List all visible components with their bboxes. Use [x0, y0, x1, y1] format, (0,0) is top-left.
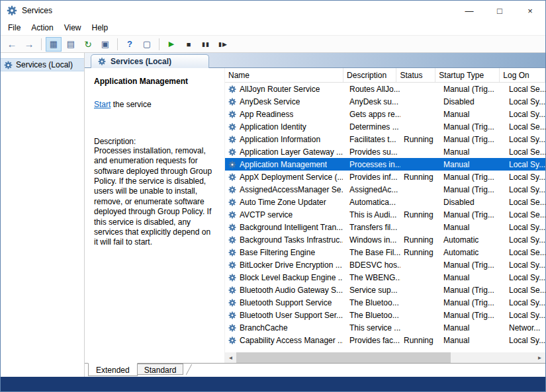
table-row[interactable]: Block Level Backup Engine ... The WBENG.…	[225, 271, 545, 284]
service-gear-icon	[228, 223, 236, 231]
service-gear-icon	[228, 274, 236, 282]
table-row[interactable]: Application Identity Determines ... Manu…	[225, 120, 545, 133]
selected-service-title: Application Management	[94, 77, 215, 86]
console-tree-panel: Services (Local)	[1, 53, 85, 377]
services-window: Services — □ × File Action View Help ←→▦…	[0, 0, 546, 392]
toolbar-separator	[159, 38, 159, 50]
tree-item-label: Services (Local)	[16, 60, 73, 69]
table-row[interactable]: BranchCache This service ... Manual Netw…	[225, 321, 545, 334]
column-header-status[interactable]: Status	[396, 68, 435, 82]
service-gear-icon	[228, 161, 236, 169]
view-tab-row: Extended Standard	[85, 363, 545, 377]
service-action-suffix: the service	[111, 100, 151, 109]
scroll-right-icon[interactable]: ►	[534, 352, 545, 363]
status-bar	[1, 377, 545, 391]
description-label: Description:	[94, 137, 215, 146]
toolbar-show-action-pane-icon[interactable]: ▢	[139, 37, 155, 52]
content-header: Services (Local)	[85, 53, 545, 68]
service-gear-icon	[228, 148, 236, 156]
table-row[interactable]: Auto Time Zone Updater Automatica... Dis…	[225, 196, 545, 208]
menu-bar: File Action View Help	[1, 20, 545, 35]
toolbar-separator	[41, 38, 42, 50]
service-gear-icon	[228, 198, 236, 206]
table-row[interactable]: Capability Access Manager ... Provides f…	[225, 334, 545, 346]
table-row[interactable]: Bluetooth Support Service The Bluetoo...…	[225, 296, 545, 309]
services-header-icon	[98, 57, 106, 66]
scroll-left-icon[interactable]: ◄	[225, 352, 236, 363]
table-row[interactable]: AllJoyn Router Service Routes AllJo... M…	[225, 83, 545, 95]
column-header-description[interactable]: Description	[343, 68, 396, 82]
toolbar-restart-service-icon[interactable]: ▮▶	[215, 37, 231, 52]
toolbar-forward-icon[interactable]: →	[21, 37, 37, 52]
table-row[interactable]: Base Filtering Engine The Base Fil... Ru…	[225, 246, 545, 258]
services-node-icon	[4, 61, 13, 69]
table-row[interactable]: Background Tasks Infrastruc... Windows i…	[225, 233, 545, 246]
extended-detail-pane: Application Management Start the service…	[85, 68, 225, 363]
table-row[interactable]: Bluetooth User Support Ser... The Blueto…	[225, 309, 545, 321]
list-column-headers: Name Description Status Startup Type Log…	[225, 68, 545, 83]
toolbar-help-icon[interactable]: ?	[122, 37, 138, 52]
toolbar: ←→▦▤↻▣?▢▶■▮▮▮▶	[1, 35, 545, 53]
service-gear-icon	[228, 98, 236, 106]
toolbar-export-list-icon[interactable]: ▤	[63, 37, 79, 52]
toolbar-back-icon[interactable]: ←	[4, 37, 20, 52]
toolbar-start-service-icon[interactable]: ▶	[163, 37, 179, 52]
toolbar-properties-icon[interactable]: ▣	[97, 37, 113, 52]
service-gear-icon	[228, 173, 236, 181]
horizontal-scrollbar[interactable]: ◄ ►	[225, 352, 545, 363]
content-panel: Services (Local) Application Management …	[85, 53, 545, 377]
service-gear-icon	[228, 311, 236, 319]
service-gear-icon	[228, 286, 236, 294]
description-text: Processes installation, removal, and enu…	[94, 146, 215, 248]
window-title: Services	[22, 6, 52, 15]
column-header-startup-type[interactable]: Startup Type	[435, 68, 500, 82]
table-row[interactable]: Application Information Facilitates t...…	[225, 133, 545, 145]
title-bar: Services — □ ×	[1, 1, 545, 20]
service-gear-icon	[228, 123, 236, 131]
minimize-button[interactable]: —	[454, 1, 484, 20]
tree-item-services-local[interactable]: Services (Local)	[1, 58, 84, 71]
table-row[interactable]: AnyDesk Service AnyDesk su... Disabled L…	[225, 95, 545, 108]
scrollbar-thumb[interactable]	[236, 352, 451, 363]
toolbar-refresh-icon[interactable]: ↻	[80, 37, 96, 52]
column-header-name[interactable]: Name	[225, 68, 343, 82]
content-header-title: Services (Local)	[111, 57, 171, 66]
start-service-link[interactable]: Start	[94, 100, 111, 109]
menu-help[interactable]: Help	[87, 22, 114, 34]
toolbar-pause-service-icon[interactable]: ▮▮	[198, 37, 214, 52]
toolbar-stop-service-icon[interactable]: ■	[181, 37, 197, 52]
content-header-tab: Services (Local)	[91, 54, 209, 68]
table-row[interactable]: Application Layer Gateway ... Provides s…	[225, 145, 545, 158]
services-list-pane: Name Description Status Startup Type Log…	[225, 68, 545, 363]
table-row[interactable]: BitLocker Drive Encryption ... BDESVC ho…	[225, 258, 545, 271]
toolbar-show-console-tree-icon[interactable]: ▦	[46, 37, 62, 52]
table-row[interactable]: Bluetooth Audio Gateway S... Service sup…	[225, 284, 545, 296]
table-row[interactable]: Background Intelligent Tran... Transfers…	[225, 221, 545, 233]
column-header-log-on[interactable]: Log On	[500, 68, 545, 82]
tab-extended[interactable]: Extended	[88, 363, 138, 376]
table-row[interactable]: AppX Deployment Service (... Provides in…	[225, 171, 545, 183]
service-gear-icon	[228, 336, 236, 344]
maximize-button[interactable]: □	[484, 1, 515, 20]
menu-view[interactable]: View	[59, 22, 87, 34]
service-gear-icon	[228, 261, 236, 269]
table-row[interactable]: AssignedAccessManager Se... AssignedAc..…	[225, 183, 545, 196]
menu-file[interactable]: File	[3, 22, 26, 34]
toolbar-separator	[117, 38, 118, 50]
services-app-icon	[7, 5, 17, 16]
service-gear-icon	[228, 249, 236, 256]
service-gear-icon	[228, 211, 236, 219]
service-action-line: Start the service	[94, 100, 215, 109]
service-gear-icon	[228, 236, 236, 244]
close-button[interactable]: ×	[515, 1, 545, 20]
table-row[interactable]: Application Management Processes in... M…	[225, 158, 545, 171]
table-row[interactable]: App Readiness Gets apps re... Manual Loc…	[225, 108, 545, 120]
scrollbar-track[interactable]	[236, 352, 534, 363]
menu-action[interactable]: Action	[26, 22, 58, 34]
tab-standard[interactable]: Standard	[138, 364, 184, 375]
service-gear-icon	[228, 110, 236, 118]
service-gear-icon	[228, 85, 236, 93]
service-gear-icon	[228, 186, 236, 194]
tab-diagonal-edge	[186, 364, 193, 375]
table-row[interactable]: AVCTP service This is Audi... Running Ma…	[225, 208, 545, 221]
